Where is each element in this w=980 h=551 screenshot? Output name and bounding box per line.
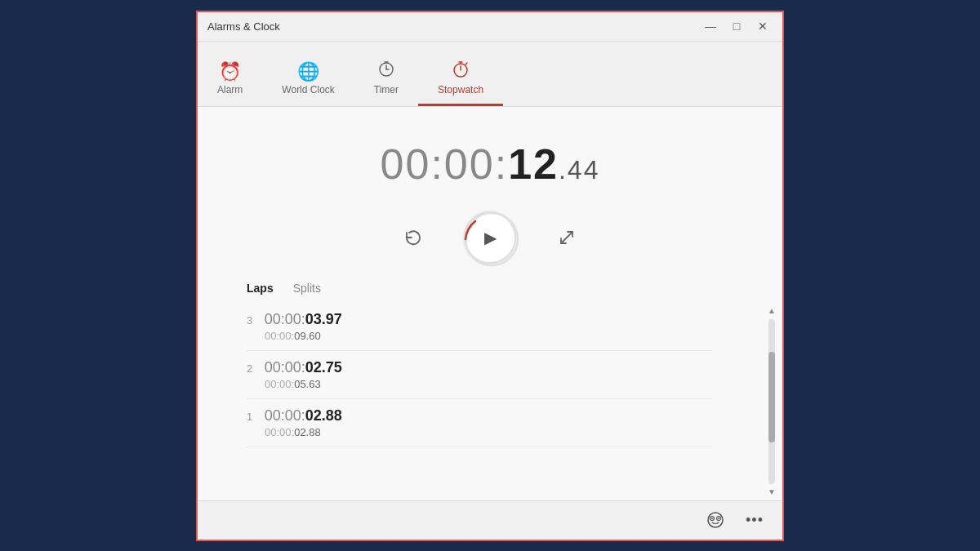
more-icon: •••: [746, 512, 764, 529]
tab-alarm-label: Alarm: [217, 84, 243, 96]
lap-item: 3 00:00:03.97 00:00:09.60: [247, 303, 712, 351]
lap-number: 3: [247, 314, 252, 327]
hours-display: 00: [381, 140, 431, 189]
scrollbar-up[interactable]: ▲: [765, 304, 778, 318]
svg-point-15: [711, 518, 713, 519]
lap-split: 00:00:05.63: [247, 378, 712, 390]
timer-icon: [377, 60, 395, 81]
maximize-button[interactable]: □: [727, 16, 746, 36]
close-button[interactable]: ✕: [753, 16, 773, 36]
stopwatch-icon: [452, 60, 470, 81]
seconds-display: 12: [508, 140, 559, 189]
scrollbar-thumb[interactable]: [768, 352, 775, 442]
more-button[interactable]: •••: [740, 505, 769, 535]
controls-row: ▶: [395, 211, 585, 264]
expand-icon: [556, 227, 577, 248]
lap-row: 2 00:00:02.75: [247, 359, 712, 376]
milliseconds-display: .44: [559, 155, 599, 185]
settings-button[interactable]: [701, 505, 730, 535]
reset-button[interactable]: [395, 220, 431, 256]
lap-number: 1: [247, 411, 252, 423]
reset-icon: [403, 227, 424, 248]
colon2: :: [495, 140, 508, 189]
scrollbar: ▲ ▼: [761, 303, 782, 500]
play-button[interactable]: ▶: [464, 211, 516, 264]
tab-stopwatch-label: Stopwatch: [438, 84, 483, 96]
colon1: :: [430, 140, 443, 189]
play-icon: ▶: [484, 228, 497, 247]
time-display: 00 : 00 : 12 .44: [381, 140, 600, 189]
worldclock-icon: 🌐: [297, 63, 319, 81]
lap-item: 2 00:00:02.75 00:00:05.63: [247, 351, 712, 399]
minutes-display: 00: [444, 140, 495, 189]
lap-time: 00:00:03.97: [265, 313, 342, 327]
app-title: Alarms & Clock: [207, 20, 280, 33]
expand-button[interactable]: [549, 220, 585, 256]
lap-split: 00:00:02.88: [247, 426, 712, 438]
svg-point-16: [718, 518, 719, 519]
clock-settings-icon: [706, 510, 725, 530]
app-window: Alarms & Clock — □ ✕ ⏰ Alarm 🌐 World Clo…: [196, 11, 784, 541]
title-bar: Alarms & Clock — □ ✕: [198, 12, 782, 42]
laps-list: 3 00:00:03.97 00:00:09.60 2: [198, 303, 761, 500]
alarm-icon: ⏰: [219, 63, 241, 81]
lap-row: 1 00:00:02.88: [247, 407, 712, 424]
lap-split: 00:00:09.60: [247, 330, 712, 342]
tab-splits[interactable]: Splits: [293, 280, 321, 296]
title-bar-controls: — □ ✕: [701, 16, 773, 36]
tab-laps[interactable]: Laps: [247, 280, 274, 296]
laps-section: Laps Splits 3 00:00:03.97: [198, 264, 782, 500]
svg-line-9: [466, 63, 467, 64]
tab-timer[interactable]: Timer: [354, 53, 418, 106]
laps-list-container: 3 00:00:03.97 00:00:09.60 2: [198, 303, 782, 500]
tab-stopwatch[interactable]: Stopwatch: [418, 53, 503, 106]
tab-worldclock-label: World Clock: [282, 84, 334, 96]
lap-number: 2: [247, 362, 252, 375]
lap-row: 3 00:00:03.97: [247, 311, 712, 328]
scrollbar-down[interactable]: ▼: [765, 486, 778, 499]
tab-timer-label: Timer: [374, 84, 399, 96]
laps-tabs: Laps Splits: [198, 280, 782, 296]
svg-line-11: [561, 232, 572, 243]
lap-item: 1 00:00:02.88 00:00:02.88: [247, 399, 712, 447]
lap-time: 00:00:02.75: [265, 361, 342, 375]
minimize-button[interactable]: —: [701, 16, 720, 36]
lap-time: 00:00:02.88: [265, 409, 342, 423]
tab-worldclock[interactable]: 🌐 World Clock: [262, 56, 354, 106]
status-bar: •••: [198, 500, 782, 540]
nav-bar: ⏰ Alarm 🌐 World Clock Timer: [198, 42, 782, 107]
tab-alarm[interactable]: ⏰ Alarm: [198, 56, 262, 106]
main-content: 00 : 00 : 12 .44 ▶: [198, 107, 782, 500]
